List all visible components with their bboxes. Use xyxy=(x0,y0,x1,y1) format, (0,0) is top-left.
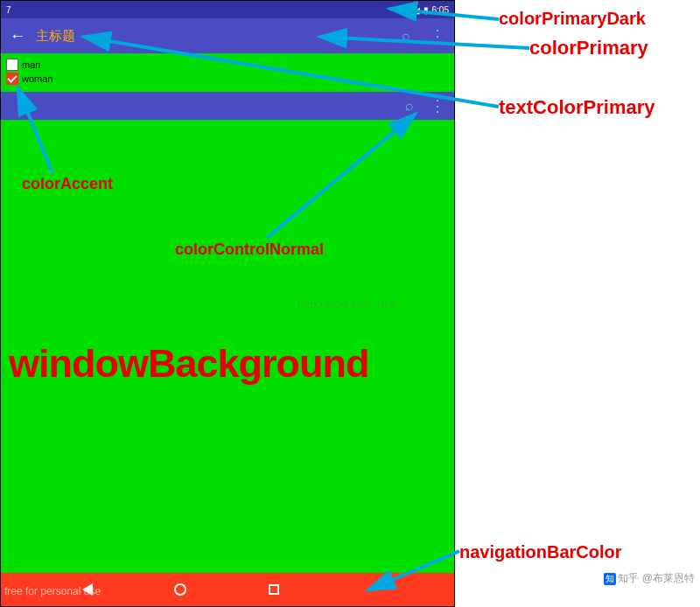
annotation-colorprimary: colorPrimary xyxy=(529,37,648,59)
back-arrow-icon[interactable]: ← xyxy=(10,27,25,45)
battery-icon: ▮ xyxy=(424,5,429,15)
annotation-colorprimarydark: colorPrimaryDark xyxy=(499,9,646,29)
annotation-navigationbarcolor: navigationBarColor xyxy=(459,542,622,562)
toolbar-secondary: ⌕ ⋮ xyxy=(1,92,454,120)
annotation-windowbackground: windowBackground xyxy=(9,341,369,387)
nav-recent-icon[interactable] xyxy=(269,584,279,595)
toolbar-main: ← 主标题 ⌕ ⋮ xyxy=(1,18,454,53)
zhihu-icon: 知 xyxy=(604,573,616,585)
more-icon[interactable]: ⋮ xyxy=(430,26,445,45)
checkbox-checked[interactable] xyxy=(6,73,18,85)
watermark-url: http://blog.csdn.net/ xyxy=(298,297,396,310)
checkbox-label-woman: woman xyxy=(22,73,52,84)
search-icon[interactable]: ⌕ xyxy=(402,28,410,44)
checkbox-unchecked[interactable] xyxy=(6,59,18,71)
status-bar: 7 ◢ ▮ 6:05 xyxy=(1,1,454,18)
status-left-icon: 7 xyxy=(6,5,11,15)
nav-home-icon[interactable] xyxy=(174,583,186,596)
annotation-coloraccent: colorAccent xyxy=(22,175,113,193)
watermark-free-use: free for personal use xyxy=(4,585,101,597)
checkbox-row-woman[interactable]: woman xyxy=(6,73,449,85)
navigation-bar: free for personal use xyxy=(1,573,454,606)
annotation-textcolorprimary: textColorPrimary xyxy=(499,96,655,119)
checkbox-row-man[interactable]: man xyxy=(6,59,449,71)
toolbar-title: 主标题 xyxy=(36,28,384,45)
checkbox-area: man woman xyxy=(1,53,454,92)
checkbox-label-man: man xyxy=(22,59,40,70)
more-icon-2[interactable]: ⋮ xyxy=(430,96,445,115)
signal-icon: ◢ xyxy=(413,5,420,15)
zhihu-watermark: 知知乎 @布莱恩特 xyxy=(604,571,695,586)
status-time: 6:05 xyxy=(432,5,449,15)
search-icon-2[interactable]: ⌕ xyxy=(405,98,414,114)
annotation-colorcontrolnormal: colorControlNormal xyxy=(175,241,324,259)
